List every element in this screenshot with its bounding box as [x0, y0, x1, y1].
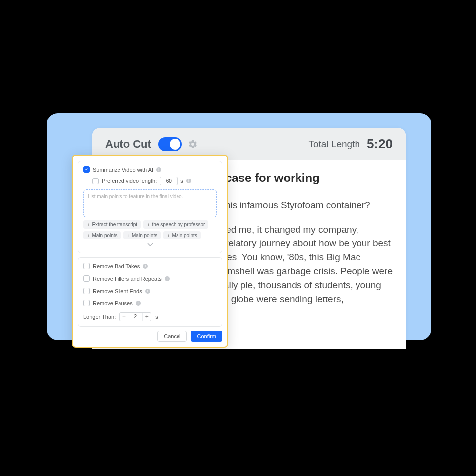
stepper-plus[interactable]: +: [143, 313, 151, 321]
info-icon[interactable]: i: [143, 264, 148, 269]
longer-than-stepper: − 2 +: [119, 312, 151, 321]
plus-icon: +: [87, 233, 90, 238]
info-icon[interactable]: i: [165, 276, 170, 281]
chip[interactable]: +Main points: [83, 231, 121, 239]
chip-label: Main points: [92, 233, 117, 238]
chip[interactable]: +Main points: [123, 231, 161, 239]
options-card: Remove Bad Takes i Remove Fillers and Re…: [78, 257, 222, 327]
remove-pauses-checkbox[interactable]: [83, 300, 90, 306]
auto-cut-settings-popup: Summarize Video with AI i Preferred vide…: [72, 155, 228, 348]
plus-icon: +: [127, 233, 130, 238]
chip-label: the speech by professor: [152, 222, 205, 227]
plus-icon: +: [147, 222, 150, 227]
longer-than-label: Longer Than:: [83, 314, 116, 320]
info-icon[interactable]: i: [156, 167, 161, 172]
info-icon[interactable]: i: [145, 289, 150, 294]
prompt-placeholder: List main points to feature in the final…: [88, 194, 183, 199]
chip-label: Extract the transcript: [92, 222, 137, 227]
info-icon[interactable]: i: [136, 301, 141, 306]
preferred-length-label: Preferred video length:: [102, 178, 157, 184]
chip-label: Main points: [132, 233, 157, 238]
chip[interactable]: +Extract the transcript: [83, 220, 141, 229]
plus-icon: +: [167, 233, 170, 238]
transcript-body: nged me, it changed my company, revelato…: [215, 223, 393, 306]
longer-than-value: 2: [128, 313, 143, 321]
transcript-question: s this infamous Styrofoam container?: [215, 200, 393, 211]
remove-pauses-label: Remove Pauses: [93, 300, 133, 306]
confirm-button[interactable]: Confirm: [191, 331, 222, 342]
cancel-button[interactable]: Cancel: [157, 331, 187, 342]
plus-icon: +: [87, 222, 90, 227]
remove-fillers-checkbox[interactable]: [83, 275, 90, 282]
total-length-label: Total Length: [308, 139, 360, 150]
longer-than-unit: s: [155, 314, 158, 320]
preferred-length-unit: s: [180, 178, 183, 184]
summarize-checkbox[interactable]: [83, 166, 90, 173]
summarize-card: Summarize Video with AI i Preferred vide…: [78, 161, 222, 253]
chip[interactable]: +Main points: [163, 231, 201, 239]
chip[interactable]: +the speech by professor: [143, 220, 208, 229]
total-length-value: 5:20: [367, 136, 393, 152]
popup-footer: Cancel Confirm: [73, 327, 227, 347]
remove-fillers-label: Remove Fillers and Repeats: [93, 276, 162, 282]
chevron-down-icon[interactable]: [147, 242, 154, 248]
remove-silent-ends-checkbox[interactable]: [83, 288, 90, 294]
auto-cut-title: Auto Cut: [105, 138, 151, 151]
auto-cut-toggle[interactable]: [158, 137, 182, 151]
remove-silent-ends-label: Remove Silent Ends: [93, 288, 142, 294]
preferred-length-checkbox[interactable]: [92, 178, 99, 184]
info-icon[interactable]: i: [186, 178, 191, 183]
remove-bad-takes-label: Remove Bad Takes: [93, 263, 140, 269]
prompt-textarea[interactable]: List main points to feature in the final…: [83, 189, 217, 217]
remove-bad-takes-checkbox[interactable]: [83, 263, 90, 269]
gear-icon[interactable]: [188, 139, 198, 149]
summarize-label: Summarize Video with AI: [93, 167, 153, 173]
transcript-heading: s case for working: [215, 171, 393, 185]
stepper-minus[interactable]: −: [120, 313, 128, 321]
chip-label: Main points: [172, 233, 197, 238]
suggestion-chips: +Extract the transcript +the speech by p…: [83, 220, 217, 248]
preferred-length-input[interactable]: [160, 177, 178, 185]
